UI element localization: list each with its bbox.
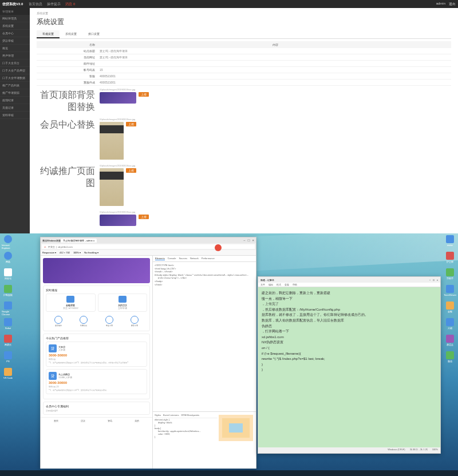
helper-icon[interactable]: 禁助手 [444,268,456,283]
sidebar-item-kouzi-backend[interactable]: 口子大全后台 [0,60,30,67]
tab-performance[interactable]: Performance [202,257,215,260]
upload-button[interactable]: 上传 [139,215,149,219]
notepad-textarea[interactable]: 建之前的，我把它删除，重新上传，重新搭建 慢一点，稍微等一下 ，上传完了 ，然后… [258,287,440,447]
menu-view[interactable]: 查看 [285,283,289,286]
chrome-icon[interactable]: Google Chrome [2,302,14,316]
stat-card[interactable]: 我的贷款立即申请 [98,293,148,312]
img-label: 首页顶部背景图替换 [37,88,100,113]
maximize-button[interactable]: □ [248,239,250,242]
nav-tips[interactable]: 操作提示 [47,2,61,7]
recycle-icon[interactable]: 回收站 [2,268,14,283]
maximize-button[interactable]: □ [433,279,434,281]
category-icon[interactable]: 全部放款 [54,316,62,327]
status-zoom: 100% [432,448,438,453]
nav-alert[interactable]: 消息 0 [65,2,75,7]
loan-card[interactable]: 贷马上消费贷11486 人申请 3000-30000 额度范围 | 15 **1… [46,369,147,394]
tab-system[interactable]: 系统设置 [60,30,82,38]
nav-home[interactable]: 首页信息 [29,2,42,7]
tab-network[interactable]: Network [190,257,199,260]
sidebar-item-docs-review[interactable]: 资料审核 [0,112,30,119]
kingdee-icon[interactable]: 金蝶 [444,302,456,316]
safari-icon[interactable]: Safari [2,318,14,333]
sidebar-item-loan-review[interactable]: 贷款审核 [0,37,30,45]
row-value[interactable]: 15 [100,68,451,72]
device-throttle[interactable]: No throttling ▾ [84,251,98,254]
ps-icon[interactable]: PS [2,351,14,366]
addr-text: xd.jahbs1.com [58,245,73,248]
sidebar-item-push[interactable]: 推送 [0,45,30,52]
row-value[interactable]: 禁止吗 - 德优淘申请库 [100,49,451,53]
device-dims[interactable]: 412 × 732 [60,251,70,254]
ie-icon[interactable]: Internet Explorer [2,235,14,250]
tab-console[interactable]: Console [168,257,176,260]
tab-general[interactable]: 常规设置 [37,30,60,38]
status-position: 第 33 行，第 1 列 [410,448,428,453]
sidebar-item-members[interactable]: 会员中心 [0,30,30,37]
sidebar-item-promo-products[interactable]: 推广产品列表 [0,82,30,89]
nav-home[interactable]: 首页 [54,419,58,422]
sidebar-item-kouzi-types[interactable]: 口子大全产品类型 [0,67,30,74]
close-button[interactable]: × [252,239,254,242]
elang-icon[interactable]: 易语言 [444,335,456,350]
control-icon[interactable]: 控制面板 [2,285,14,300]
network-icon[interactable]: 网络 [2,252,14,267]
nav-news[interactable]: 资讯 [108,419,112,422]
sidebar-item-users[interactable]: 用户管理 [0,52,30,60]
row-value[interactable]: 4000521001 [100,81,451,84]
devtools-device-bar: Responsive ▾ 412 × 732 100% ▾ No throttl… [41,250,256,256]
upload-button[interactable]: 上传 [139,92,149,97]
music-icon[interactable]: 网易云 [2,335,14,350]
taskbar[interactable] [0,470,458,476]
row-value[interactable]: 4000521001 [100,74,451,78]
tab-elements[interactable]: Elements [155,257,165,260]
stat-card[interactable]: 金融课堂关注 14716592 [46,293,96,312]
tab-api[interactable]: 接口设置 [82,30,105,38]
device-zoom[interactable]: 100% ▾ [73,251,81,254]
sidebar-item-settings[interactable]: 系统设置 [0,22,30,30]
tab-sources[interactable]: Sources [179,257,187,260]
menu-file[interactable]: 文件 [260,283,265,286]
guard-icon[interactable]: 护卫神 [444,252,456,267]
huorong-icon[interactable]: 火绒 [444,318,456,333]
sidebar-item-recharge[interactable]: 充值记录 [0,104,30,112]
teamviewer-icon[interactable]: TeamViewer [444,285,456,300]
upload-button[interactable]: 上传 [126,168,136,173]
category-icon[interactable]: 新客专享 [131,316,139,327]
category-icon[interactable]: 芝麻信用 [80,316,88,327]
device-select[interactable]: Responsive ▾ [42,251,56,254]
devtools-styles[interactable]: Styles Event Listeners DOM Breakpoints e… [153,411,256,469]
sidebar-item-withdraw[interactable]: 提现纪录 [0,97,30,104]
menu-help[interactable]: 帮助 [293,283,297,286]
section-title: 会员中心专属福利 [46,404,147,408]
row-value[interactable]: 禁止吗 - 德优淘申请库 [100,55,451,59]
wechat-icon[interactable]: 微信 [444,351,456,366]
mobile-preview[interactable]: 实时播报 金融课堂关注 14716592 我的贷款立即申请 全部放款 芝麻信用 … [41,256,152,469]
record-button[interactable] [215,244,222,251]
sidebar-item-promo-track[interactable]: 推广申请跟踪 [0,89,30,97]
sidebar-item-kouzi-data[interactable]: 口子大全申请数据 [0,74,30,82]
browser-titlebar[interactable]: 激活Windows调整 禁止吗·德优淘申请库 - admin x − □ × [41,237,256,243]
nav-loan[interactable]: 贷款 [81,419,85,422]
menu-format[interactable]: 格式 [277,283,281,286]
minimize-button[interactable]: − [243,239,246,242]
addr-warning: 不安全 [48,245,55,248]
vscode-icon[interactable]: VS Code [2,368,14,383]
th-name: 名称 [37,43,100,46]
notepad-titlebar[interactable]: 新建 - 记事本 − □ × [258,277,440,283]
devtools-html-tree[interactable]: <!DOCTYPE html> <html lang="zh-CN"> <hea… [153,262,256,411]
main-content: 系统设置 系统设置 常规设置 系统设置 接口设置 名称 内容 站点标题禁止吗 -… [30,8,458,233]
sidebar-item-admin[interactable]: 网站管理员 [0,15,30,22]
upload-button[interactable]: 上传 [126,122,136,126]
close-button[interactable]: × [437,279,438,281]
minimize-button[interactable]: − [429,279,431,281]
nav-mine[interactable]: 我的 [135,419,139,422]
address-bar[interactable]: ⚠ 不安全 | xd.jahbs1.com [42,244,255,249]
loan-card[interactable]: 贷大米贷人申请 3000-30000 额度范围 **1、该产品实际放款以页面显示… [46,342,147,367]
mstsc-icon[interactable]: mstsc [444,235,456,250]
menu-edit[interactable]: 编辑 [269,283,273,286]
user-label[interactable]: admin [436,2,445,7]
browser-tab[interactable]: 禁止吗·德优淘申请库 - admin x [61,239,97,243]
category-icon[interactable]: 学生专享 [105,316,113,327]
loan-icon: 贷 [49,372,57,380]
logout-link[interactable]: 退出 [449,2,456,7]
